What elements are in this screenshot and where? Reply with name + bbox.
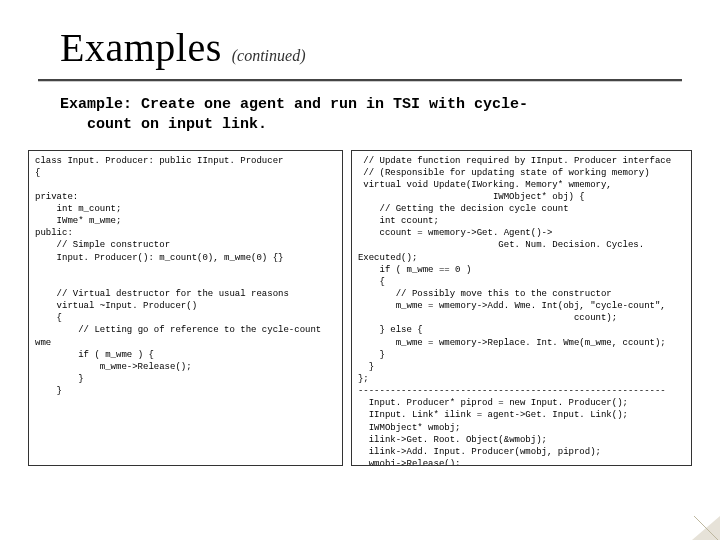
divider — [38, 79, 682, 81]
code-box-right: // Update function required by IInput. P… — [351, 150, 692, 466]
title-main: Examples — [60, 24, 222, 71]
title-subtitle: (continued) — [232, 47, 306, 65]
code-columns: class Input. Producer: public IInput. Pr… — [28, 150, 692, 466]
code-left: class Input. Producer: public IInput. Pr… — [35, 155, 336, 398]
page-curl-icon — [690, 514, 720, 540]
code-right: // Update function required by IInput. P… — [358, 155, 685, 466]
title-row: Examples (continued) — [60, 24, 720, 71]
example-caption: Example: Create one agent and run in TSI… — [60, 95, 660, 136]
code-box-left: class Input. Producer: public IInput. Pr… — [28, 150, 343, 466]
slide: Examples (continued) Example: Create one… — [0, 0, 720, 540]
